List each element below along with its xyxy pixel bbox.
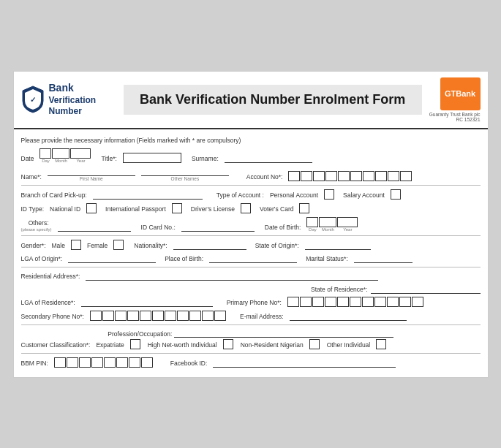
logo-area: ✓ Bank Verification Number <box>21 81 116 117</box>
pphone-4[interactable] <box>325 297 336 307</box>
email-input[interactable] <box>290 311 407 321</box>
pphone-10[interactable] <box>399 297 411 307</box>
acc-box-1[interactable] <box>288 171 300 181</box>
voters-card-checkbox[interactable] <box>299 203 309 213</box>
non-resident-label: Non-Resident Nigerian <box>241 341 304 349</box>
dob-day[interactable] <box>306 217 318 227</box>
expatriate-checkbox[interactable] <box>130 339 140 349</box>
pphone-5[interactable] <box>337 297 349 307</box>
firstname-input[interactable] <box>48 167 135 176</box>
national-id-checkbox[interactable] <box>86 203 97 213</box>
bbm-pin-boxes <box>54 357 153 368</box>
bbm-5[interactable] <box>104 357 116 368</box>
male-checkbox[interactable] <box>71 240 81 250</box>
please-specify: (please specify) <box>21 227 52 232</box>
secondary-phone-boxes <box>90 311 226 321</box>
day-input[interactable] <box>39 148 51 159</box>
id-type-label: ID Type: <box>21 205 45 213</box>
bbm-1[interactable] <box>54 357 66 368</box>
othername-input[interactable] <box>141 167 229 176</box>
pphone-8[interactable] <box>374 297 386 307</box>
non-resident-checkbox[interactable] <box>309 339 320 349</box>
pphone-6[interactable] <box>350 297 361 307</box>
intl-passport-label: International Passport <box>105 205 166 213</box>
bbm-2[interactable] <box>67 357 78 368</box>
drivers-license-label: Driver's License <box>191 205 235 213</box>
intl-passport-checkbox[interactable] <box>172 203 182 213</box>
acc-box-2[interactable] <box>301 171 312 181</box>
bbm-7[interactable] <box>129 357 140 368</box>
acc-box-9[interactable] <box>388 171 399 181</box>
sphone-10[interactable] <box>202 311 214 321</box>
sphone-11[interactable] <box>214 311 226 321</box>
acc-box-10[interactable] <box>400 171 412 181</box>
branch-label: Branch of Card Pick-up: <box>21 191 87 200</box>
sphone-2[interactable] <box>102 311 114 321</box>
year-input[interactable] <box>70 148 91 159</box>
dob-month[interactable] <box>319 217 336 227</box>
state-origin-input[interactable] <box>305 240 371 250</box>
acc-box-4[interactable] <box>325 171 337 181</box>
others-input[interactable] <box>58 222 131 232</box>
marital-status-input[interactable] <box>354 254 413 263</box>
branch-input[interactable] <box>93 190 203 200</box>
secondary-phone-label: Secondary Phone No*: <box>21 313 84 321</box>
year-label: Year <box>76 159 85 163</box>
row-id-type: ID Type: National ID International Passp… <box>21 203 481 213</box>
sphone-5[interactable] <box>140 311 151 321</box>
acc-box-8[interactable] <box>375 171 387 181</box>
pphone-11[interactable] <box>412 297 423 307</box>
bbm-pin-label: BBM PIN: <box>21 360 48 368</box>
high-networth-checkbox[interactable] <box>223 339 233 349</box>
email-label: E-mail Address: <box>240 313 284 321</box>
female-checkbox[interactable] <box>113 240 124 250</box>
place-birth-label: Place of Birth: <box>165 255 203 263</box>
dob-year[interactable] <box>337 217 358 227</box>
sphone-1[interactable] <box>90 311 102 321</box>
bbm-3[interactable] <box>79 357 91 368</box>
personal-account-checkbox[interactable] <box>324 189 334 200</box>
acc-box-5[interactable] <box>338 171 350 181</box>
drivers-license-checkbox[interactable] <box>241 203 251 213</box>
row-name-account: Name*: First Name Other Names Account No… <box>21 167 481 181</box>
pphone-7[interactable] <box>362 297 374 307</box>
lga-origin-input[interactable] <box>68 254 156 263</box>
profession-row: Profession/Occupation: <box>21 329 481 338</box>
others-label: Others: <box>29 219 49 227</box>
pphone-2[interactable] <box>300 297 312 307</box>
nationality-input[interactable] <box>173 240 246 250</box>
form-header: ✓ Bank Verification Number Bank Verifica… <box>14 72 488 129</box>
bbm-6[interactable] <box>116 357 128 368</box>
sphone-4[interactable] <box>127 311 139 321</box>
salary-account-checkbox[interactable] <box>391 189 401 200</box>
pphone-3[interactable] <box>312 297 324 307</box>
acc-box-6[interactable] <box>350 171 362 181</box>
sphone-8[interactable] <box>177 311 189 321</box>
lga-residence-input[interactable] <box>81 297 213 307</box>
residential-address-input[interactable] <box>86 271 378 281</box>
id-card-input[interactable] <box>181 222 255 232</box>
month-input[interactable] <box>52 148 69 159</box>
title-input[interactable] <box>123 153 181 163</box>
state-residence-input[interactable] <box>371 284 481 294</box>
bbm-8[interactable] <box>141 357 153 368</box>
row-branch-account-type: Branch of Card Pick-up: Type of Account … <box>21 189 481 200</box>
other-individual-checkbox[interactable] <box>376 339 386 349</box>
acc-box-7[interactable] <box>363 171 374 181</box>
place-birth-input[interactable] <box>209 254 297 263</box>
row-customer-class: Customer Classification*: Expatriate Hig… <box>21 339 481 349</box>
surname-input[interactable] <box>225 153 312 163</box>
facebook-id-input[interactable] <box>213 358 396 368</box>
acc-box-3[interactable] <box>313 171 325 181</box>
state-residence-label: State of Residence*: <box>311 286 368 294</box>
sphone-3[interactable] <box>115 311 127 321</box>
profession-input[interactable] <box>174 329 393 338</box>
pphone-9[interactable] <box>387 297 399 307</box>
sphone-6[interactable] <box>152 311 164 321</box>
salary-account-label: Salary Account <box>343 191 385 200</box>
bbm-4[interactable] <box>91 357 103 368</box>
pphone-1[interactable] <box>287 297 299 307</box>
form-container: ✓ Bank Verification Number Bank Verifica… <box>13 71 489 378</box>
sphone-9[interactable] <box>189 311 201 321</box>
sphone-7[interactable] <box>165 311 176 321</box>
